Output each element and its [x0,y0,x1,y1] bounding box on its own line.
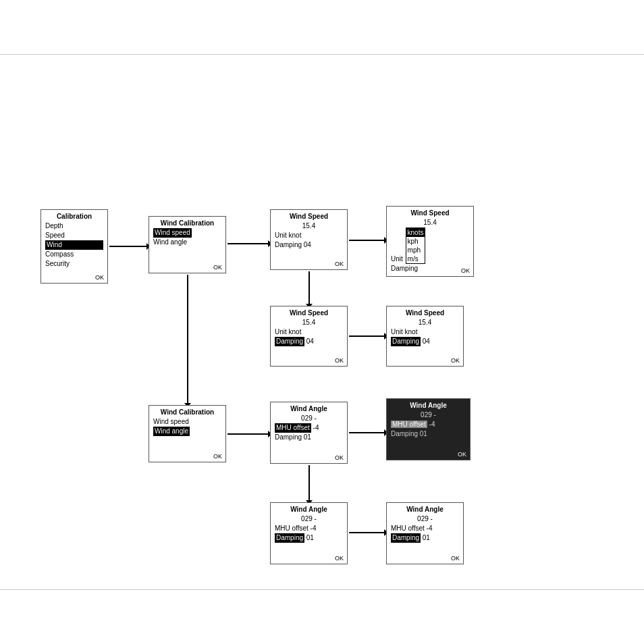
wa4-ok[interactable]: OK [451,555,460,562]
ws4-damping[interactable]: Damping 04 [391,337,459,346]
wind-angle-box-3: Wind Angle 029 - MHU offset -4 Damping 0… [270,502,348,564]
ws2-damping[interactable]: Damping [391,264,469,273]
wa4-damping[interactable]: Damping 01 [391,533,459,543]
top-divider [0,54,644,55]
arrow-wa1-to-wa2 [349,432,384,433]
ws3-unit[interactable]: Unit knot [275,327,343,337]
calib-item-depth[interactable]: Depth [45,221,103,231]
wa4-offset[interactable]: MHU offset -4 [391,524,459,533]
page: Calibration Depth Speed Wind Compass Sec… [0,0,644,644]
wa3-title: Wind Angle [275,506,343,513]
wa1-ok[interactable]: OK [335,454,344,461]
ws2-unit-label: Unit [391,255,405,263]
arrow-windcalib2-to-wa1 [227,433,268,435]
bottom-divider [0,589,644,590]
ws1-title: Wind Speed [275,213,343,220]
ws1-value: 15.4 [275,221,343,231]
ws4-value: 15.4 [391,318,459,327]
ws3-title: Wind Speed [275,309,343,317]
wind-calib-2-speed[interactable]: Wind speed [153,417,221,427]
arrow-windcalib1-to-ws1 [227,243,268,244]
wa3-value: 029 - [275,514,343,524]
wind-calib-1-title: Wind Calibration [153,219,221,227]
ws2-unit-kph[interactable]: kph [406,237,425,246]
wind-speed-box-1: Wind Speed 15.4 Unit knot Damping 04 OK [270,209,348,270]
ws4-unit[interactable]: Unit knot [391,327,459,337]
arrow-wa1-to-wa3 [308,465,310,500]
ws2-unit-mph[interactable]: mph [406,246,425,254]
wa2-value: 029 - [391,410,466,420]
calib-item-speed[interactable]: Speed [45,231,103,240]
wind-angle-box-1: Wind Angle 029 - MHU offset -4 Damping 0… [270,402,348,464]
wind-calib-1-speed[interactable]: Wind speed [153,228,221,238]
ws4-title: Wind Speed [391,309,459,317]
wa1-value: 029 - [275,414,343,423]
wa4-title: Wind Angle [391,506,459,513]
arrow-ws1-to-ws3 [308,271,310,304]
arrow-calib-to-windcalib1 [109,246,146,247]
wind-calib-1-ok[interactable]: OK [213,264,222,271]
wa1-title: Wind Angle [275,405,343,412]
wa1-damping[interactable]: Damping 01 [275,433,343,442]
wa3-offset[interactable]: MHU offset -4 [275,524,343,533]
wa2-offset[interactable]: MHU offset -4 [391,420,466,429]
calib-item-wind[interactable]: Wind [45,240,103,250]
ws2-unit-row: Unit knots kph mph m/s [391,227,469,264]
wa3-damping[interactable]: Damping 01 [275,533,343,543]
wind-calib-2-ok[interactable]: OK [213,453,222,460]
ws2-title: Wind Speed [391,209,469,217]
ws1-unit[interactable]: Unit knot [275,231,343,240]
wa2-title: Wind Angle [391,402,466,409]
calib-ok[interactable]: OK [95,274,104,281]
wa2-ok[interactable]: OK [458,451,466,458]
wind-calib-2-title: Wind Calibration [153,408,221,416]
wa2-damping[interactable]: Damping 01 [391,429,466,439]
ws2-unit-ms[interactable]: m/s [406,254,425,263]
calibration-main-box: Calibration Depth Speed Wind Compass Sec… [41,209,108,284]
wind-angle-box-2: Wind Angle 029 - MHU offset -4 Damping 0… [386,398,471,460]
ws1-damping[interactable]: Damping 04 [275,240,343,250]
wa4-value: 029 - [391,514,459,524]
ws3-damping[interactable]: Damping 04 [275,337,343,346]
calib-item-compass[interactable]: Compass [45,250,103,259]
calib-item-security[interactable]: Security [45,259,103,269]
wind-calib-box-1: Wind Calibration Wind speed Wind angle O… [149,216,226,273]
arrow-windcalib1-to-windcalib2 [187,275,188,403]
arrow-wa3-to-wa4 [349,532,384,533]
wa3-ok[interactable]: OK [335,555,344,562]
ws3-value: 15.4 [275,318,343,327]
ws2-ok[interactable]: OK [461,267,470,274]
calibration-title: Calibration [45,213,103,220]
ws3-ok[interactable]: OK [335,357,344,364]
ws4-ok[interactable]: OK [451,357,460,364]
arrow-ws1-to-ws2 [349,240,384,241]
ws2-value: 15.4 [391,218,469,227]
wind-calib-2-angle[interactable]: Wind angle [153,427,221,436]
wind-speed-box-2: Wind Speed 15.4 Unit knots kph mph m/s D… [386,206,474,277]
arrow-ws3-to-ws4 [349,336,384,337]
ws2-unit-dropdown[interactable]: knots kph mph m/s [406,227,426,264]
wa1-offset[interactable]: MHU offset -4 [275,423,343,433]
ws2-unit-knots[interactable]: knots [406,228,425,237]
wind-speed-box-4: Wind Speed 15.4 Unit knot Damping 04 OK [386,306,464,367]
wind-angle-box-4: Wind Angle 029 - MHU offset -4 Damping 0… [386,502,464,564]
wind-calib-box-2: Wind Calibration Wind speed Wind angle O… [149,405,226,462]
wind-calib-1-angle[interactable]: Wind angle [153,238,221,247]
wind-speed-box-3: Wind Speed 15.4 Unit knot Damping 04 OK [270,306,348,367]
ws1-ok[interactable]: OK [335,261,344,267]
